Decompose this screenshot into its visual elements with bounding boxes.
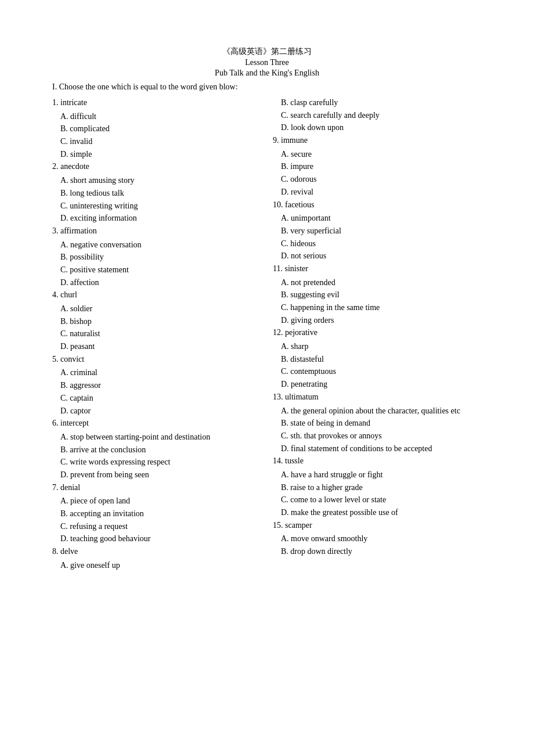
answer-option: A. secure xyxy=(273,148,482,161)
answer-option: B. aggressor xyxy=(52,379,261,392)
question-number: 2. anecdote xyxy=(52,160,261,173)
page-header: 《高级英语》第二册练习 Lesson Three Pub Talk and th… xyxy=(52,46,482,78)
answer-option: A. sharp xyxy=(273,340,482,353)
answer-option: D. teaching good behaviour xyxy=(52,532,261,545)
answer-option: A. stop between starting-point and desti… xyxy=(52,431,261,444)
answer-option: A. not pretended xyxy=(273,276,482,289)
answer-option: C. positive statement xyxy=(52,264,261,276)
answer-option: A. negative conversation xyxy=(52,239,261,251)
question-number: 6. intercept xyxy=(52,417,261,430)
question-number: 1. intricate xyxy=(52,96,261,109)
answer-option: C. odorous xyxy=(273,173,482,186)
answer-option: B. bishop xyxy=(52,315,261,328)
answer-option: D. make the greatest possible use of xyxy=(273,506,482,519)
answer-option: C. search carefully and deeply xyxy=(273,109,482,122)
answer-option: B. long tedious talk xyxy=(52,187,261,200)
answer-option: B. possibility xyxy=(52,251,261,264)
answer-option: D. peasant xyxy=(52,340,261,353)
question-number: 14. tussle xyxy=(273,455,482,467)
answer-option: B. accepting an invitation xyxy=(52,507,261,520)
answer-option: B. distasteful xyxy=(273,353,482,366)
question-number: 5. convict xyxy=(52,353,261,366)
instruction: I. Choose the one which is equal to the … xyxy=(52,82,482,92)
left-column: 1. intricateA. difficultB. complicatedC.… xyxy=(52,96,267,571)
answer-option: C. captain xyxy=(52,392,261,405)
answer-option: A. give oneself up xyxy=(52,559,261,572)
answer-option: A. piece of open land xyxy=(52,495,261,507)
answer-option: D. affection xyxy=(52,276,261,289)
question-number: 3. affirmation xyxy=(52,225,261,237)
answer-option: D. look down upon xyxy=(273,121,482,134)
title-cn: 《高级英语》第二册练习 xyxy=(52,46,482,57)
answer-option: D. not serious xyxy=(273,250,482,262)
right-column: B. clasp carefullyC. search carefully an… xyxy=(267,96,482,571)
answer-option: C. contemptuous xyxy=(273,365,482,378)
answer-option: B. arrive at the conclusion xyxy=(52,444,261,456)
question-number: 15. scamper xyxy=(273,519,482,532)
answer-option: B. state of being in demand xyxy=(273,417,482,430)
answer-option: B. drop down directly xyxy=(273,545,482,558)
answer-option: B. clasp carefully xyxy=(273,96,482,109)
columns-container: 1. intricateA. difficultB. complicatedC.… xyxy=(52,96,482,571)
answer-option: D. exciting information xyxy=(52,212,261,225)
answer-option: C. naturalist xyxy=(52,327,261,340)
answer-option: C. refusing a request xyxy=(52,520,261,533)
question-number: 8. delve xyxy=(52,545,261,558)
question-number: 12. pejorative xyxy=(273,326,482,339)
question-number: 4. churl xyxy=(52,289,261,301)
question-number: 7. denial xyxy=(52,481,261,494)
question-number: 10. facetious xyxy=(273,199,482,211)
answer-option: D. giving orders xyxy=(273,314,482,327)
title-sub: Pub Talk and the King's English xyxy=(52,69,482,78)
answer-option: D. prevent from being seen xyxy=(52,469,261,481)
answer-option: C. come to a lower level or state xyxy=(273,494,482,506)
answer-option: C. happening in the same time xyxy=(273,301,482,314)
answer-option: A. soldier xyxy=(52,303,261,315)
answer-option: A. move onward smoothly xyxy=(273,532,482,545)
answer-option: C. sth. that provokes or annoys xyxy=(273,430,482,442)
answer-option: B. complicated xyxy=(52,123,261,135)
answer-option: C. hideous xyxy=(273,237,482,250)
answer-option: A. short amusing story xyxy=(52,174,261,187)
question-number: 9. immune xyxy=(273,134,482,147)
answer-option: C. uninteresting writing xyxy=(52,200,261,213)
answer-option: B. impure xyxy=(273,160,482,173)
question-number: 11. sinister xyxy=(273,262,482,275)
answer-option: A. unimportant xyxy=(273,212,482,225)
answer-option: D. final statement of conditions to be a… xyxy=(273,442,482,455)
answer-option: D. penetrating xyxy=(273,378,482,391)
question-number: 13. ultimatum xyxy=(273,391,482,404)
answer-option: A. criminal xyxy=(52,366,261,379)
answer-option: B. raise to a higher grade xyxy=(273,481,482,494)
answer-option: A. difficult xyxy=(52,110,261,123)
answer-option: C. write words expressing respect xyxy=(52,456,261,469)
answer-option: A. have a hard struggle or fight xyxy=(273,469,482,481)
answer-option: D. simple xyxy=(52,148,261,161)
answer-option: B. very superficial xyxy=(273,225,482,237)
answer-option: D. revival xyxy=(273,186,482,199)
answer-option: A. the general opinion about the charact… xyxy=(273,405,482,417)
answer-option: D. captor xyxy=(52,405,261,417)
answer-option: C. invalid xyxy=(52,135,261,148)
title-lesson: Lesson Three xyxy=(52,58,482,67)
answer-option: B. suggesting evil xyxy=(273,289,482,301)
